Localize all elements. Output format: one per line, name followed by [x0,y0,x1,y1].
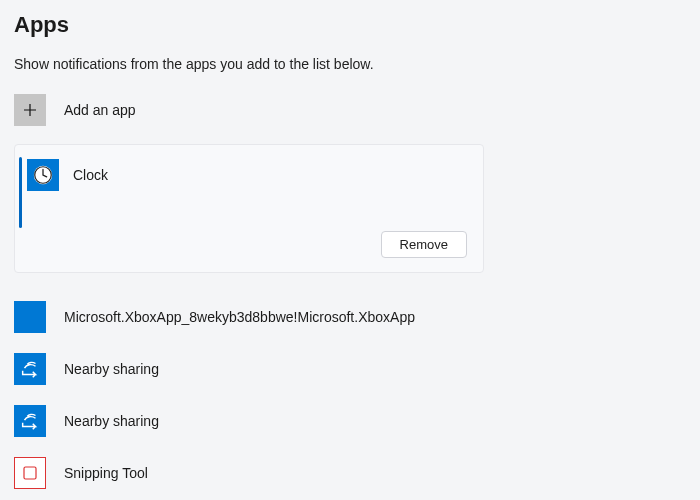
plus-icon [14,94,46,126]
app-row-xbox[interactable]: Microsoft.XboxApp_8wekyb3d8bbwe!Microsof… [14,291,686,343]
snip-icon [14,457,46,489]
app-row-label: Nearby sharing [64,361,159,377]
selected-app-label: Clock [73,167,108,183]
share-icon [14,353,46,385]
app-row-snipping-tool[interactable]: Snipping Tool [14,447,686,499]
app-row-nearby-sharing-2[interactable]: Nearby sharing [14,395,686,447]
remove-button[interactable]: Remove [381,231,467,258]
share-icon [14,405,46,437]
selection-indicator [19,157,22,228]
app-row-label: Nearby sharing [64,413,159,429]
xbox-icon [14,301,46,333]
app-row-nearby-sharing-1[interactable]: Nearby sharing [14,343,686,395]
add-app-row[interactable]: Add an app [14,90,686,144]
svg-rect-2 [24,467,36,479]
selected-app-card: Clock Remove [14,144,484,273]
add-app-label: Add an app [64,102,136,118]
page-title: Apps [14,12,686,38]
page-subtitle: Show notifications from the apps you add… [14,56,686,72]
clock-icon [27,159,59,191]
app-row-label: Microsoft.XboxApp_8wekyb3d8bbwe!Microsof… [64,309,415,325]
app-row-label: Snipping Tool [64,465,148,481]
